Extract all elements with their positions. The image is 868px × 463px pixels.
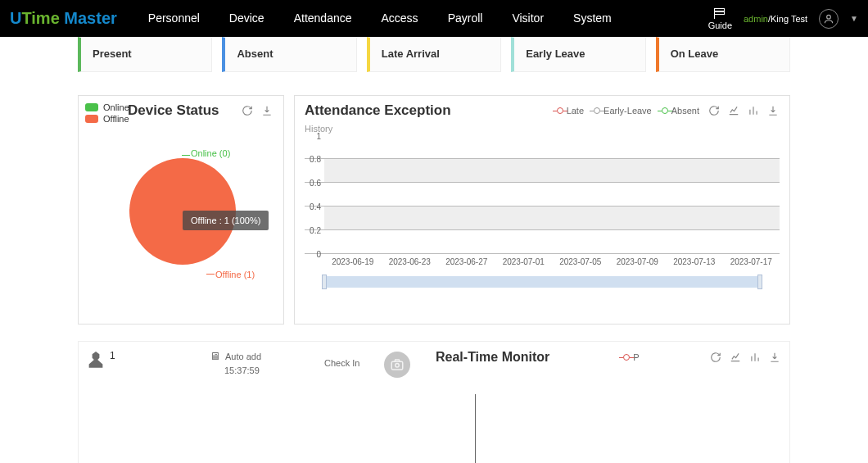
svg-rect-1 [392, 361, 404, 370]
legend-online-label: Online [103, 102, 129, 112]
late-marker-icon [557, 107, 563, 114]
user-name: King Test [771, 14, 807, 24]
user-admin: admin [744, 14, 768, 24]
attend-chart: 10.80.60.40.20 2023-06-192023-06-232023-… [305, 135, 780, 288]
auto-add-label: Auto add [225, 352, 261, 361]
signpost-icon: ⛿ [708, 7, 732, 20]
stat-label: Absent [237, 48, 344, 60]
legend-offline[interactable]: Offline [85, 114, 129, 124]
legend-early-label: Early-Leave [604, 106, 652, 116]
attend-panel-title: Attendance Exception [305, 102, 557, 119]
nav-items: Personnel Device Attendance Access Payro… [133, 0, 708, 37]
logo-master: Master [60, 9, 117, 27]
nav-visitor[interactable]: Visitor [497, 0, 558, 37]
stat-early[interactable]: Early Leave [511, 37, 645, 72]
stat-row: Present Absent Late Arrival Early Leave … [78, 37, 790, 72]
offline-swatch [85, 115, 98, 123]
top-nav: UTime Master Personnel Device Attendance… [0, 0, 868, 37]
online-swatch [85, 103, 98, 111]
attend-legend: Late Early-Leave Absent [557, 106, 699, 116]
x-axis: 2023-06-192023-06-232023-06-272023-07-01… [324, 257, 780, 266]
checkin-user-id: 1 [110, 350, 115, 361]
pie-label-online: Online (0) [191, 148, 230, 158]
checkin-type: Check In [324, 358, 359, 463]
bar-chart-icon[interactable] [748, 351, 762, 364]
device-status-panel: Online Offline Device Status Online (0) … [78, 95, 284, 325]
legend-late-label: Late [567, 106, 584, 116]
download-icon[interactable] [766, 104, 780, 117]
early-marker-icon [594, 107, 600, 114]
user-silhouette-icon [87, 352, 105, 370]
refresh-icon[interactable] [241, 104, 254, 117]
lower-panel: 1 🖥 Auto add 15:37:59 Check In Real-Time… [78, 341, 790, 463]
camera-icon [384, 352, 410, 378]
refresh-icon[interactable] [709, 351, 722, 364]
download-icon[interactable] [768, 351, 781, 364]
user-icon [823, 13, 834, 25]
stat-label: Early Leave [526, 48, 633, 60]
checkin-user: 1 [87, 350, 210, 463]
line-chart-icon[interactable] [729, 351, 742, 364]
user-label: admin/King Test [744, 14, 807, 24]
zoom-handle-left[interactable] [322, 275, 327, 289]
stat-label: Present [93, 48, 200, 60]
nav-personnel[interactable]: Personnel [133, 0, 215, 37]
stat-leave[interactable]: On Leave [656, 37, 790, 72]
recent-checkin: 1 🖥 Auto add 15:37:59 Check In [87, 350, 432, 463]
device-panel-title: Device Status [128, 102, 241, 119]
realtime-monitor: Real-Time Monitor P [436, 350, 781, 463]
svg-point-0 [827, 15, 831, 19]
nav-attendance[interactable]: Attendance [279, 0, 367, 37]
device-legend: Online Offline [85, 102, 129, 125]
zoom-handle-right[interactable] [757, 275, 762, 289]
legend-online[interactable]: Online [85, 102, 129, 112]
nav-system[interactable]: System [558, 0, 626, 37]
legend-late[interactable]: Late [557, 106, 584, 116]
logo-u: U [10, 9, 21, 27]
history-label: History [305, 124, 780, 134]
stat-present[interactable]: Present [78, 37, 212, 72]
stat-label: On Leave [671, 48, 778, 60]
bar-chart-icon[interactable] [747, 104, 760, 117]
download-icon[interactable] [260, 104, 274, 117]
logo-time: Time [21, 9, 59, 27]
rtm-divider [475, 394, 476, 463]
app-logo: UTime Master [10, 9, 117, 28]
guide-button[interactable]: ⛿ Guide [708, 7, 732, 30]
line-chart-icon[interactable] [727, 104, 740, 117]
refresh-icon[interactable] [708, 104, 721, 117]
auto-add: 🖥 Auto add [210, 350, 324, 362]
legend-early[interactable]: Early-Leave [594, 106, 652, 116]
device-icon: 🖥 [210, 350, 220, 362]
legend-absent-label: Absent [671, 106, 699, 116]
rtm-legend-p: P [633, 352, 639, 362]
nav-access[interactable]: Access [367, 0, 433, 37]
chart-zoom-slider[interactable] [324, 276, 760, 288]
guide-label: Guide [708, 20, 732, 30]
nav-right: ⛿ Guide admin/King Test ▼ [708, 7, 858, 30]
absent-marker-icon [662, 107, 668, 114]
rtm-title: Real-Time Monitor [436, 350, 549, 365]
device-pie-chart: Online (0) Offline (1) Offline : 1 (100%… [88, 134, 269, 314]
user-avatar-menu[interactable] [819, 9, 839, 29]
svg-point-2 [396, 364, 400, 368]
pie-label-offline: Offline (1) [215, 270, 255, 279]
stat-label: Late Arrival [382, 48, 489, 60]
attendance-exception-panel: Attendance Exception Late Early-Leave Ab… [294, 95, 790, 325]
nav-device[interactable]: Device [215, 0, 279, 37]
legend-offline-label: Offline [103, 114, 129, 124]
rtm-legend[interactable]: P [623, 352, 639, 362]
stat-late[interactable]: Late Arrival [367, 37, 501, 72]
p-marker-icon [623, 354, 630, 361]
caret-down-icon[interactable]: ▼ [850, 14, 858, 23]
legend-absent[interactable]: Absent [662, 106, 699, 116]
checkin-time: 15:37:59 [224, 365, 324, 375]
pie-tooltip: Offline : 1 (100%) [183, 211, 269, 230]
nav-payroll[interactable]: Payroll [433, 0, 498, 37]
stat-absent[interactable]: Absent [222, 37, 356, 72]
